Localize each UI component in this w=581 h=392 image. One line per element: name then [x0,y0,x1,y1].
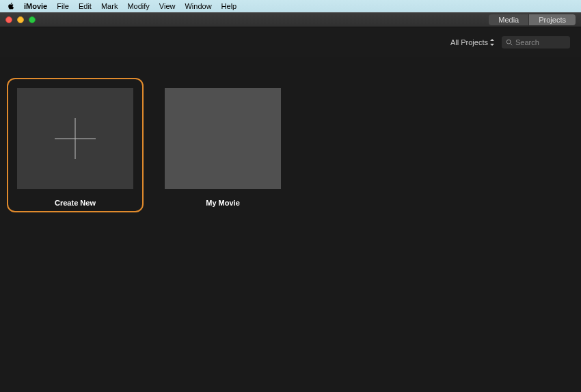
close-icon[interactable] [5,16,12,23]
view-segmented-control: Media Projects [489,14,576,25]
projects-filter-label: All Projects [450,38,488,46]
menu-file[interactable]: File [57,2,69,10]
titlebar: Media Projects [0,12,581,27]
sort-icon [489,39,495,46]
tab-media[interactable]: Media [489,14,528,25]
create-new-card[interactable]: Create New [7,78,144,212]
menu-modify[interactable]: Modify [127,2,149,10]
toolbar: All Projects [0,27,581,57]
search-input[interactable] [515,38,566,46]
tab-projects[interactable]: Projects [528,14,576,25]
svg-point-0 [506,40,511,44]
menu-view[interactable]: View [159,2,176,10]
create-new-thumb [17,88,133,189]
menu-window[interactable]: Window [185,2,211,10]
menubar: iMovie File Edit Mark Modify View Window… [0,0,581,12]
create-new-label: Create New [8,197,142,207]
menu-mark[interactable]: Mark [101,2,118,10]
search-icon [506,39,513,46]
window-controls [5,16,36,23]
menu-help[interactable]: Help [221,2,237,10]
plus-icon [55,118,96,159]
project-card[interactable]: My Movie [154,78,291,207]
minimize-icon[interactable] [17,16,24,23]
menu-app[interactable]: iMovie [24,2,47,10]
projects-filter[interactable]: All Projects [450,38,495,46]
search-field[interactable] [502,36,570,48]
svg-line-1 [511,44,513,45]
menu-edit[interactable]: Edit [79,2,92,10]
apple-icon[interactable] [7,2,14,10]
project-thumb [165,88,281,189]
projects-grid: Create New My Movie [0,57,581,392]
fullscreen-icon[interactable] [29,16,36,23]
project-title: My Movie [154,197,291,207]
